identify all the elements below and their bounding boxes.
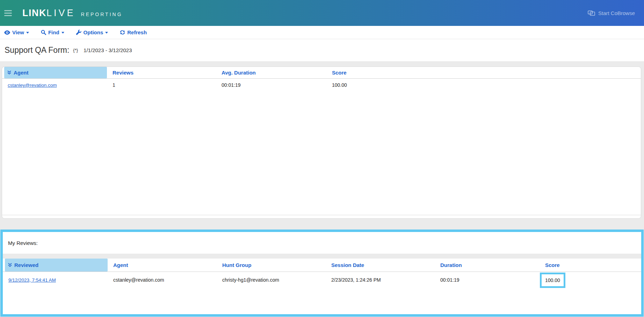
page-title: Support QA Form: <box>5 45 69 55</box>
options-menu-label: Options <box>84 29 103 35</box>
sort-descending-icon <box>7 70 12 75</box>
score-value-highlighted: 100.00 <box>540 273 565 288</box>
column-header-avg-duration[interactable]: Avg. Duration <box>216 67 326 78</box>
column-header-agent[interactable]: Agent <box>4 67 107 78</box>
refresh-button[interactable]: Refresh <box>120 29 147 35</box>
reviews-table-header: Reviewed Agent Hunt Group Session Date D… <box>3 259 641 272</box>
refresh-label: Refresh <box>127 29 147 35</box>
card-footer-divider <box>2 215 641 215</box>
search-icon <box>41 30 46 35</box>
agents-table-row: cstanley@revation.com 1 00:01:19 100.00 <box>2 79 641 92</box>
column-header-agent-label: Agent <box>113 262 128 268</box>
agents-summary-card: Agent Reviews Avg. Duration Score cstanl… <box>2 66 641 219</box>
column-header-agent[interactable]: Agent <box>108 259 217 272</box>
find-menu-button[interactable]: Find <box>41 29 64 35</box>
reporting-app: LINKLIVE REPORTING Start CoBrowse View <box>0 0 644 317</box>
avg-duration-cell: 00:01:19 <box>216 79 326 92</box>
app-header: LINKLIVE REPORTING Start CoBrowse <box>0 0 644 26</box>
column-header-score[interactable]: Score <box>540 259 641 272</box>
column-header-session-date-label: Session Date <box>331 262 364 268</box>
column-header-score-label: Score <box>332 70 347 76</box>
my-reviews-section-highlighted: My Reviews: Reviewed Agent <box>0 230 644 317</box>
reviewed-link[interactable]: 9/12/2023, 7:54:41 AM <box>8 277 56 283</box>
agent-cell: cstanley@revation.com <box>2 79 107 92</box>
date-range: 1/1/2023 - 3/12/2023 <box>84 47 132 53</box>
column-header-reviewed-label: Reviewed <box>14 262 38 268</box>
column-header-score[interactable]: Score <box>326 67 641 78</box>
view-menu-label: View <box>12 29 24 35</box>
column-header-reviewed[interactable]: Reviewed <box>5 259 108 272</box>
score-cell: 100.00 <box>540 272 641 288</box>
column-header-avg-duration-label: Avg. Duration <box>222 70 256 76</box>
refresh-icon <box>120 30 125 35</box>
column-header-score-label: Score <box>545 262 560 268</box>
view-menu-button[interactable]: View <box>4 29 29 35</box>
reviewed-cell: 9/12/2023, 7:54:41 AM <box>3 272 108 288</box>
agents-table-header: Agent Reviews Avg. Duration Score <box>2 67 641 79</box>
title-marker: {*} <box>73 48 78 53</box>
column-header-session-date[interactable]: Session Date <box>326 259 435 272</box>
start-cobrowse-label: Start CoBrowse <box>598 10 635 16</box>
hunt-group-cell: christy-hg1@revation.com <box>217 272 326 288</box>
column-header-duration[interactable]: Duration <box>435 259 540 272</box>
session-date-cell: 2/23/2023, 1:24:26 PM <box>326 272 435 288</box>
agent-cell: cstanley@revation.com <box>108 272 217 288</box>
chevron-down-icon <box>105 32 108 34</box>
my-reviews-label: My Reviews: <box>8 240 38 246</box>
cobrowse-screens-icon <box>588 10 595 16</box>
sort-descending-icon <box>8 263 12 267</box>
logo-live-text: LIVE <box>46 8 75 19</box>
report-toolbar: View Find Options Refresh <box>0 26 644 39</box>
column-header-agent-label: Agent <box>14 70 29 76</box>
agent-link[interactable]: cstanley@revation.com <box>8 83 57 88</box>
chevron-down-icon <box>26 32 29 34</box>
score-cell: 100.00 <box>326 79 641 92</box>
my-reviews-label-row: My Reviews: <box>3 232 641 254</box>
logo-link-text: LINK <box>22 8 46 19</box>
options-menu-button[interactable]: Options <box>76 29 108 35</box>
logo-reporting-text: REPORTING <box>81 12 123 17</box>
column-header-hunt-group-label: Hunt Group <box>222 262 251 268</box>
chevron-down-icon <box>61 32 64 34</box>
column-header-reviews-label: Reviews <box>113 70 133 76</box>
eye-icon <box>4 30 10 35</box>
duration-cell: 00:01:19 <box>435 272 540 288</box>
wrench-icon <box>76 30 81 35</box>
start-cobrowse-button[interactable]: Start CoBrowse <box>588 10 635 16</box>
report-title-band: Support QA Form: {*} 1/1/2023 - 3/12/202… <box>0 39 644 61</box>
app-logo: LINKLIVE REPORTING <box>22 8 123 19</box>
column-header-hunt-group[interactable]: Hunt Group <box>217 259 326 272</box>
column-header-reviews[interactable]: Reviews <box>107 67 216 78</box>
page-body: Agent Reviews Avg. Duration Score cstanl… <box>0 61 644 317</box>
section-gap <box>3 254 641 259</box>
column-header-duration-label: Duration <box>440 262 462 268</box>
reviews-table-row: 9/12/2023, 7:54:41 AM cstanley@revation.… <box>3 272 641 288</box>
hamburger-menu-icon[interactable] <box>4 10 12 16</box>
reviews-cell: 1 <box>107 79 216 92</box>
my-reviews-table: Reviewed Agent Hunt Group Session Date D… <box>3 259 641 288</box>
find-menu-label: Find <box>48 29 59 35</box>
